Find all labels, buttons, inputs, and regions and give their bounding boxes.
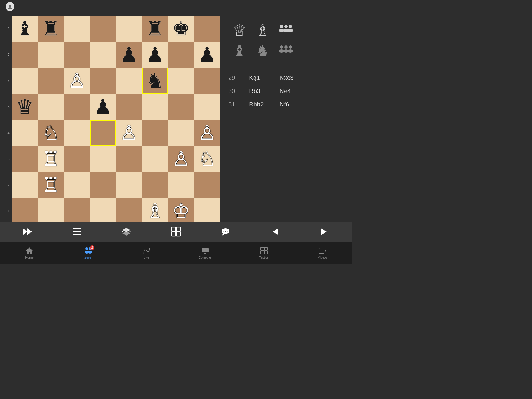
square-e5[interactable] xyxy=(116,94,142,120)
move-29-black[interactable]: Nxc3 xyxy=(280,74,305,81)
nav-item-online[interactable]: 2 Online xyxy=(59,242,117,264)
queen-icon[interactable]: ♕ xyxy=(228,21,250,40)
nav-online-label: Online xyxy=(84,256,93,259)
rank-2: 2 xyxy=(6,172,12,198)
square-b4[interactable]: ♘ xyxy=(38,120,64,146)
nav-item-tactics[interactable]: Tactics xyxy=(235,242,293,264)
bishop-icon[interactable]: ♗ xyxy=(252,21,274,40)
square-b1[interactable] xyxy=(38,198,64,222)
square-g5[interactable] xyxy=(168,94,194,120)
online-badge: 2 xyxy=(90,245,94,250)
svg-rect-22 xyxy=(176,232,180,236)
square-a7[interactable] xyxy=(12,42,38,68)
nav-item-videos[interactable]: Videos xyxy=(293,242,352,264)
square-h6[interactable] xyxy=(194,68,220,94)
square-h7[interactable]: ♟ xyxy=(194,42,220,68)
square-g1[interactable]: ♔ xyxy=(168,198,194,222)
square-a1[interactable] xyxy=(12,198,38,222)
square-b2[interactable]: ♖ xyxy=(38,172,64,198)
square-d6[interactable] xyxy=(90,68,116,94)
nav-item-live[interactable]: Live xyxy=(117,242,176,264)
svg-rect-17 xyxy=(73,231,81,232)
svg-point-27 xyxy=(227,231,228,232)
square-h1[interactable] xyxy=(194,198,220,222)
square-c3[interactable] xyxy=(64,146,90,172)
square-a2[interactable] xyxy=(12,172,38,198)
square-a6[interactable] xyxy=(12,68,38,94)
group1-icon[interactable] xyxy=(275,21,297,40)
square-f3[interactable] xyxy=(142,146,168,172)
square-d3[interactable] xyxy=(90,146,116,172)
square-f5[interactable] xyxy=(142,94,168,120)
analysis-button[interactable] xyxy=(164,223,188,240)
square-h5[interactable] xyxy=(194,94,220,120)
next-move-button[interactable] xyxy=(312,223,337,240)
square-d8[interactable] xyxy=(90,16,116,42)
nav-item-computer[interactable]: Computer xyxy=(176,242,235,264)
square-b6[interactable] xyxy=(38,68,64,94)
move-31-black[interactable]: Nf6 xyxy=(280,101,305,108)
square-d7[interactable] xyxy=(90,42,116,68)
square-a4[interactable] xyxy=(12,120,38,146)
square-b5[interactable] xyxy=(38,94,64,120)
move-29-white[interactable]: Kg1 xyxy=(249,74,274,81)
square-a5[interactable]: ♛ xyxy=(12,94,38,120)
chess-board[interactable]: ♝♜♜♚♟♟♟♙♞♛♟♘♙♙♖♙♘♖♗♔ xyxy=(12,16,220,222)
square-e4[interactable]: ♙ xyxy=(116,120,142,146)
flip-board-button[interactable] xyxy=(114,223,139,240)
square-f4[interactable] xyxy=(142,120,168,146)
move-31-white[interactable]: Rhb2 xyxy=(249,101,274,108)
square-b3[interactable]: ♖ xyxy=(38,146,64,172)
square-c2[interactable] xyxy=(64,172,90,198)
square-h3[interactable]: ♘ xyxy=(194,146,220,172)
square-f1[interactable]: ♗ xyxy=(142,198,168,222)
fast-forward-button[interactable] xyxy=(15,223,40,240)
square-g8[interactable]: ♚ xyxy=(168,16,194,42)
square-e7[interactable]: ♟ xyxy=(116,42,142,68)
group2-icon[interactable] xyxy=(275,41,297,60)
square-b8[interactable]: ♜ xyxy=(38,16,64,42)
sidebar: ♕ ♗ ♝ ♞ xyxy=(220,13,352,222)
square-g6[interactable] xyxy=(168,68,194,94)
square-d1[interactable] xyxy=(90,198,116,222)
square-g3[interactable]: ♙ xyxy=(168,146,194,172)
square-f6[interactable]: ♞ xyxy=(142,68,168,94)
nav-item-home[interactable]: Home xyxy=(0,242,59,264)
square-d5[interactable]: ♟ xyxy=(90,94,116,120)
square-c4[interactable] xyxy=(64,120,90,146)
move-30-white[interactable]: Rb3 xyxy=(249,88,274,95)
square-e2[interactable] xyxy=(116,172,142,198)
board-section: 8 7 6 5 4 3 2 1 ♝♜♜♚♟♟♟♙♞♛♟♘♙♙♖♙♘♖♗♔ a b… xyxy=(0,13,220,222)
square-h8[interactable] xyxy=(194,16,220,42)
square-c7[interactable] xyxy=(64,42,90,68)
square-c8[interactable] xyxy=(64,16,90,42)
move-row-30: 30. Rb3 Ne4 xyxy=(228,88,344,95)
square-e8[interactable] xyxy=(116,16,142,42)
square-g2[interactable] xyxy=(168,172,194,198)
square-g4[interactable] xyxy=(168,120,194,146)
game-header xyxy=(0,0,352,13)
prev-move-button[interactable] xyxy=(263,223,287,240)
black-bishop-icon[interactable]: ♝ xyxy=(228,41,250,60)
square-h2[interactable] xyxy=(194,172,220,198)
move-list-button[interactable] xyxy=(65,223,89,240)
square-g7[interactable] xyxy=(168,42,194,68)
chat-button[interactable] xyxy=(213,223,238,240)
square-e6[interactable] xyxy=(116,68,142,94)
square-f2[interactable] xyxy=(142,172,168,198)
black-knight-icon[interactable]: ♞ xyxy=(252,41,274,60)
square-h4[interactable]: ♙ xyxy=(194,120,220,146)
square-e3[interactable] xyxy=(116,146,142,172)
move-30-black[interactable]: Ne4 xyxy=(280,88,305,95)
square-e1[interactable] xyxy=(116,198,142,222)
square-b7[interactable] xyxy=(38,42,64,68)
square-a3[interactable] xyxy=(12,146,38,172)
square-a8[interactable]: ♝ xyxy=(12,16,38,42)
square-f7[interactable]: ♟ xyxy=(142,42,168,68)
square-d2[interactable] xyxy=(90,172,116,198)
square-c5[interactable] xyxy=(64,94,90,120)
square-c6[interactable]: ♙ xyxy=(64,68,90,94)
square-c1[interactable] xyxy=(64,198,90,222)
square-d4[interactable] xyxy=(90,120,116,146)
square-f8[interactable]: ♜ xyxy=(142,16,168,42)
